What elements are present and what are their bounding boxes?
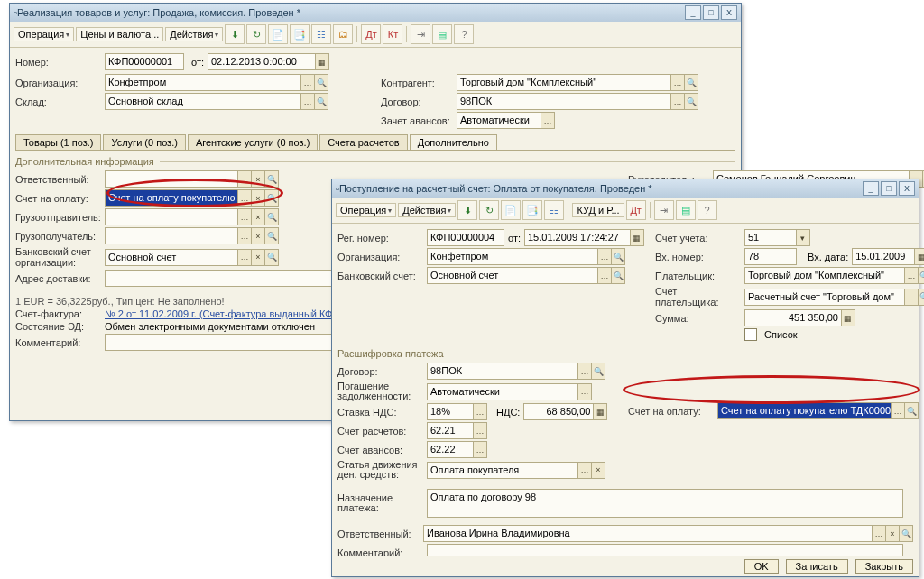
tb-icon[interactable]: 🗂 xyxy=(333,24,353,44)
section-title: Расшифровка платежа xyxy=(337,348,444,359)
payer-account-field[interactable]: Расчетный счет "Торговый дом" xyxy=(744,289,905,306)
tb-icon[interactable]: ↻ xyxy=(246,24,266,44)
list-checkbox[interactable] xyxy=(744,328,757,341)
select-icon[interactable]: … xyxy=(301,74,315,91)
close-doc-button[interactable]: Закрыть xyxy=(855,559,913,574)
vat-amount-field[interactable]: 68 850,00 xyxy=(523,403,594,420)
bank-field[interactable]: Основной счет xyxy=(427,267,598,284)
incoming-number-field[interactable]: 78 xyxy=(744,248,797,265)
label: Организация: xyxy=(15,78,101,88)
responsible-field[interactable]: Иванова Ирина Владимировна xyxy=(423,525,873,542)
clear-icon[interactable]: × xyxy=(252,189,265,207)
select-icon[interactable]: … xyxy=(301,93,315,110)
label: Грузополучатель: xyxy=(15,231,101,242)
menu-price[interactable]: Цены и валюта... xyxy=(76,27,163,41)
select-icon[interactable]: … xyxy=(238,170,252,188)
search-icon[interactable]: 🔍 xyxy=(315,74,328,91)
dogovor-field[interactable]: 98ПОК xyxy=(457,93,671,110)
consignee-field[interactable] xyxy=(105,227,238,244)
window-payment: ▫ Поступление на расчетный счет: Оплата … xyxy=(331,179,919,577)
advance-account-field[interactable]: 62.22 xyxy=(427,441,474,458)
tb-icon[interactable]: ⇥ xyxy=(411,24,430,44)
ed-status: Обмен электронными документами отключен xyxy=(105,321,315,332)
content: Рег. номер: КФП00000004 от: 15.01.2009 1… xyxy=(332,224,919,566)
label: Склад: xyxy=(15,96,101,107)
tb-icon[interactable]: 📄 xyxy=(268,24,288,44)
label: Ответственный: xyxy=(15,174,101,185)
shipper-field[interactable] xyxy=(105,208,238,225)
select-icon[interactable]: … xyxy=(671,93,685,110)
bank-field[interactable]: Основной счет xyxy=(105,249,238,266)
number-field[interactable]: КФП00000001 xyxy=(105,53,184,70)
maximize-button[interactable]: □ xyxy=(881,181,897,196)
window-title: Реализация товаров и услуг: Продажа, ком… xyxy=(17,7,683,18)
select-icon[interactable]: … xyxy=(671,74,685,91)
minimize-button[interactable]: _ xyxy=(863,181,879,196)
menu-actions[interactable]: Действия▾ xyxy=(398,203,456,217)
tab-goods[interactable]: Товары (1 поз.) xyxy=(15,134,101,150)
search-icon[interactable]: 🔍 xyxy=(265,170,279,188)
clear-icon[interactable]: × xyxy=(252,170,265,188)
kontragent-field[interactable]: Торговый дом "Комплексный" xyxy=(457,74,671,91)
tb-icon[interactable]: Кт xyxy=(383,24,402,44)
invoice-field[interactable]: Счет на оплату покупателю xyxy=(105,189,238,207)
search-icon[interactable]: 🔍 xyxy=(685,93,698,110)
vat-rate-field[interactable]: 18% xyxy=(427,403,474,420)
tab-additional[interactable]: Дополнительно xyxy=(410,134,497,150)
save-button[interactable]: Записать xyxy=(786,559,848,574)
account-field[interactable]: 51 xyxy=(744,229,797,246)
tb-icon[interactable]: ⬇ xyxy=(225,24,245,44)
tab-services[interactable]: Услуги (0 поз.) xyxy=(103,134,185,150)
cashflow-field[interactable]: Оплата покупателя xyxy=(427,462,578,479)
tb-icon[interactable]: 📑 xyxy=(290,24,310,44)
tab-accounts[interactable]: Счета расчетов xyxy=(319,134,407,150)
calendar-icon[interactable]: ▦ xyxy=(915,248,924,265)
minimize-button[interactable]: _ xyxy=(685,5,701,20)
label: Счет-фактура: xyxy=(15,308,101,319)
org-field[interactable]: Конфетпром xyxy=(105,74,301,91)
tab-agent[interactable]: Агентские услуги (0 поз.) xyxy=(188,134,318,150)
tb-icon[interactable]: ? xyxy=(454,24,474,44)
close-button[interactable]: X xyxy=(721,5,737,20)
label: Адрес доставки: xyxy=(15,273,101,284)
tb-icon[interactable]: Дт xyxy=(361,24,381,44)
ok-button[interactable]: OK xyxy=(744,559,779,574)
menu-operation[interactable]: Операция▾ xyxy=(336,203,396,217)
avans-field[interactable]: Автоматически xyxy=(457,112,541,129)
tb-icon[interactable]: ☷ xyxy=(311,24,331,44)
maximize-button[interactable]: □ xyxy=(703,5,719,20)
search-icon[interactable]: 🔍 xyxy=(315,93,328,110)
date-field[interactable]: 15.01.2009 17:24:27 xyxy=(524,229,631,246)
purpose-field[interactable]: Оплата по договору 98 xyxy=(427,489,903,518)
menu-operation[interactable]: Операция▾ xyxy=(14,27,74,41)
responsible-field[interactable] xyxy=(105,170,238,188)
search-icon[interactable]: 🔍 xyxy=(265,189,279,207)
label: Зачет авансов: xyxy=(381,115,453,126)
label: от: xyxy=(191,57,204,68)
repayment-field[interactable]: Автоматически xyxy=(427,383,578,400)
contract-field[interactable]: 98ПОК xyxy=(427,363,578,380)
select-icon[interactable]: … xyxy=(541,112,555,129)
sum-field[interactable]: 451 350,00 xyxy=(744,309,842,326)
menu-actions[interactable]: Действия▾ xyxy=(165,27,223,41)
calc-icon[interactable]: ▦ xyxy=(842,309,855,326)
tabs: Товары (1 поз.) Услуги (0 поз.) Агентски… xyxy=(15,134,735,150)
footer-bar: OK Записать Закрыть xyxy=(332,556,919,576)
tb-icon[interactable]: ▤ xyxy=(432,24,452,44)
incoming-date-field[interactable]: 15.01.2009 xyxy=(852,248,915,265)
reg-number-field[interactable]: КФП00000004 xyxy=(427,229,504,246)
date-field[interactable]: 02.12.2013 0:00:00 xyxy=(208,53,316,70)
invoice-field[interactable]: Счет на оплату покупателю ТДК000001 xyxy=(717,402,892,419)
select-icon[interactable]: … xyxy=(238,189,252,207)
org-field[interactable]: Конфетпром xyxy=(427,248,598,265)
settlement-account-field[interactable]: 62.21 xyxy=(427,422,474,439)
calendar-icon[interactable]: ▦ xyxy=(316,53,329,70)
menu-kud[interactable]: КУД и Р... xyxy=(572,203,624,217)
calendar-icon[interactable]: ▦ xyxy=(631,229,644,246)
chevron-down-icon[interactable]: ▾ xyxy=(797,229,810,246)
close-button[interactable]: X xyxy=(899,181,915,196)
sklad-field[interactable]: Основной склад xyxy=(105,93,301,110)
toolbar: Операция▾ Цены и валюта... Действия▾ ⬇ ↻… xyxy=(10,22,741,48)
search-icon[interactable]: 🔍 xyxy=(685,74,698,91)
payer-field[interactable]: Торговый дом "Комплексный" xyxy=(744,267,905,284)
